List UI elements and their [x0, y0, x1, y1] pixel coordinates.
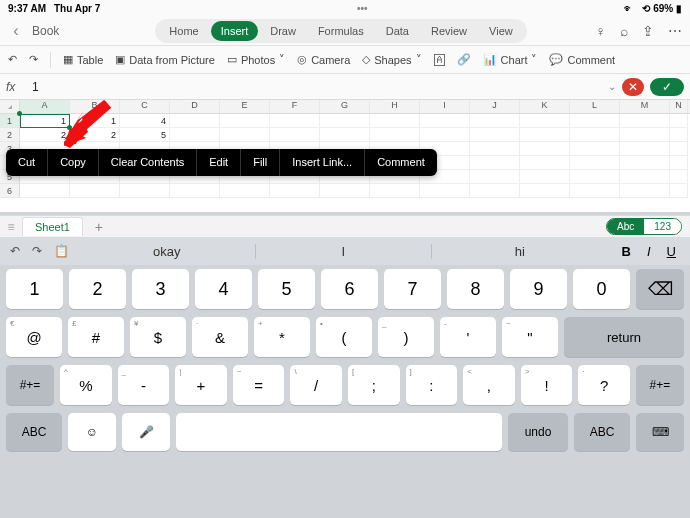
ribbon-link-icon[interactable]: 🔗 [457, 53, 471, 66]
add-sheet-button[interactable]: + [87, 219, 111, 235]
ctx-edit[interactable]: Edit [197, 149, 241, 176]
mode-123[interactable]: 123 [644, 219, 681, 234]
key-9[interactable]: 9 [510, 269, 567, 309]
ribbon-textbox-icon[interactable]: 🄰 [434, 54, 445, 66]
ribbon-comment[interactable]: 💬 Comment [549, 53, 615, 66]
document-name[interactable]: Book [32, 24, 59, 38]
cell-C1[interactable]: 4 [120, 114, 170, 128]
keyboard-mode-toggle[interactable]: Abc 123 [606, 218, 682, 235]
key-exclaim[interactable]: >! [521, 365, 573, 405]
key-emoji[interactable]: ☺ [68, 413, 116, 451]
key-1[interactable]: 1 [6, 269, 63, 309]
tab-draw[interactable]: Draw [260, 21, 306, 41]
key-apostrophe[interactable]: -' [440, 317, 496, 357]
ribbon-shapes[interactable]: ◇ Shapes ˅ [362, 53, 421, 66]
key-undo[interactable]: undo [508, 413, 568, 451]
col-header-E[interactable]: E [220, 100, 270, 113]
lightbulb-icon[interactable]: ♀ [596, 23, 607, 39]
col-header-L[interactable]: L [570, 100, 620, 113]
key-4[interactable]: 4 [195, 269, 252, 309]
tab-home[interactable]: Home [159, 21, 208, 41]
key-question[interactable]: ·? [578, 365, 630, 405]
ribbon-data-from-picture[interactable]: ▣ Data from Picture [115, 53, 215, 66]
formula-confirm-button[interactable]: ✓ [650, 78, 684, 96]
key-equals[interactable]: ~= [233, 365, 285, 405]
redo-icon[interactable]: ↷ [29, 53, 38, 66]
key-at[interactable]: €@ [6, 317, 62, 357]
key-8[interactable]: 8 [447, 269, 504, 309]
suggestion-2[interactable]: I [256, 244, 433, 259]
formula-input[interactable]: 1 [32, 80, 602, 94]
col-header-J[interactable]: J [470, 100, 520, 113]
col-header-D[interactable]: D [170, 100, 220, 113]
key-percent[interactable]: ^% [60, 365, 112, 405]
cell-A1[interactable]: 1 [20, 114, 70, 128]
cell-B1[interactable]: 1 [70, 114, 120, 128]
ctx-clear[interactable]: Clear Contents [99, 149, 197, 176]
key-quote[interactable]: ~" [502, 317, 558, 357]
share-icon[interactable]: ⇪ [642, 23, 654, 39]
key-abc-left[interactable]: ABC [6, 413, 62, 451]
sheet-tab-1[interactable]: Sheet1 [22, 217, 83, 236]
key-colon[interactable]: ]: [406, 365, 458, 405]
formula-cancel-button[interactable]: ✕ [622, 78, 644, 96]
ctx-fill[interactable]: Fill [241, 149, 280, 176]
key-comma[interactable]: <, [463, 365, 515, 405]
tab-data[interactable]: Data [376, 21, 419, 41]
col-header-C[interactable]: C [120, 100, 170, 113]
tab-formulas[interactable]: Formulas [308, 21, 374, 41]
key-dictation[interactable]: 🎤 [122, 413, 170, 451]
cell-B2[interactable]: 2 [70, 128, 120, 142]
col-header-K[interactable]: K [520, 100, 570, 113]
col-header-H[interactable]: H [370, 100, 420, 113]
key-minus[interactable]: _- [118, 365, 170, 405]
suggestion-3[interactable]: hi [432, 244, 608, 259]
kbd-clipboard-icon[interactable]: 📋 [54, 244, 69, 258]
ribbon-table[interactable]: ▦ Table [63, 53, 103, 66]
ribbon-camera[interactable]: ◎ Camera [297, 53, 350, 66]
col-header-N[interactable]: N [670, 100, 688, 113]
tab-view[interactable]: View [479, 21, 523, 41]
cell[interactable] [170, 114, 220, 128]
ctx-cut[interactable]: Cut [6, 149, 48, 176]
ribbon-chart[interactable]: 📊 Chart ˅ [483, 53, 538, 66]
ctx-insert-link[interactable]: Insert Link... [280, 149, 365, 176]
row-header-6[interactable]: 6 [0, 184, 20, 198]
key-0[interactable]: 0 [573, 269, 630, 309]
key-dollar[interactable]: ¥$ [130, 317, 186, 357]
key-hide-keyboard[interactable]: ⌨ [636, 413, 684, 451]
key-return[interactable]: return [564, 317, 684, 357]
row-header-1[interactable]: 1 [0, 114, 20, 128]
ribbon-photos[interactable]: ▭ Photos ˅ [227, 53, 285, 66]
suggestion-1[interactable]: okay [79, 244, 256, 259]
format-underline[interactable]: U [667, 244, 676, 259]
col-header-G[interactable]: G [320, 100, 370, 113]
key-plus[interactable]: |+ [175, 365, 227, 405]
key-3[interactable]: 3 [132, 269, 189, 309]
key-5[interactable]: 5 [258, 269, 315, 309]
key-semicolon[interactable]: [; [348, 365, 400, 405]
formula-expand-icon[interactable]: ⌄ [608, 81, 616, 92]
mode-abc[interactable]: Abc [607, 219, 644, 234]
key-symswitch-left[interactable]: #+= [6, 365, 54, 405]
tab-insert[interactable]: Insert [211, 21, 259, 41]
key-abc-right[interactable]: ABC [574, 413, 630, 451]
format-bold[interactable]: B [622, 244, 631, 259]
col-header-F[interactable]: F [270, 100, 320, 113]
col-header-A[interactable]: A [20, 100, 70, 113]
kbd-redo-icon[interactable]: ↷ [32, 244, 42, 258]
key-amp[interactable]: ·& [192, 317, 248, 357]
key-backspace[interactable]: ⌫ [636, 269, 684, 309]
more-icon[interactable]: ⋯ [668, 23, 682, 39]
search-icon[interactable]: ⌕ [620, 23, 628, 39]
key-7[interactable]: 7 [384, 269, 441, 309]
key-hash[interactable]: £# [68, 317, 124, 357]
key-space[interactable] [176, 413, 502, 451]
back-button[interactable]: ‹ [8, 22, 24, 40]
cell-A2[interactable]: 2 [20, 128, 70, 142]
key-slash[interactable]: \/ [290, 365, 342, 405]
ctx-copy[interactable]: Copy [48, 149, 99, 176]
spreadsheet-grid[interactable]: A B C D E F G H I J K L M N 1 1 1 4 2 2 … [0, 100, 690, 212]
key-lparen[interactable]: •( [316, 317, 372, 357]
col-header-M[interactable]: M [620, 100, 670, 113]
